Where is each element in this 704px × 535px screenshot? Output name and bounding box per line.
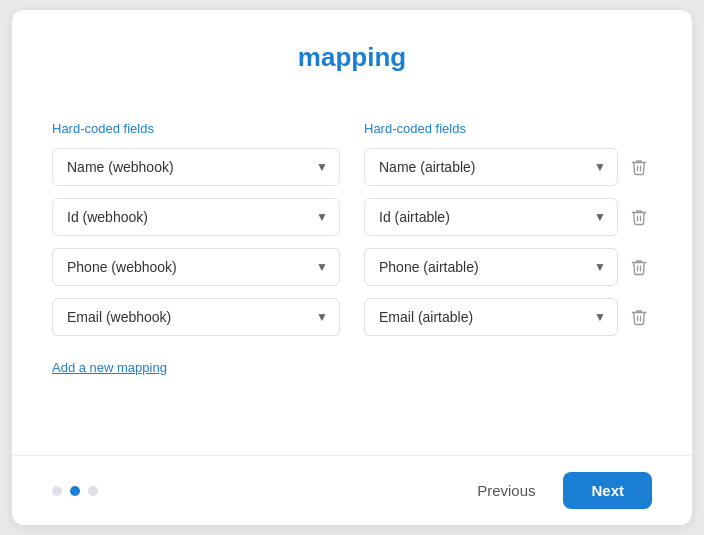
right-row-2: Id (airtable) Name (airtable) Phone (air… [364, 198, 652, 236]
delete-row-4-button[interactable] [626, 304, 652, 330]
trash-icon [630, 308, 648, 326]
right-select-2-wrapper: Id (airtable) Name (airtable) Phone (air… [364, 198, 618, 236]
left-select-2-wrapper: Id (webhook) Name (webhook) Phone (webho… [52, 198, 340, 236]
right-row-3: Phone (airtable) Name (airtable) Id (air… [364, 248, 652, 286]
add-mapping-button[interactable]: Add a new mapping [52, 360, 167, 375]
right-row-1: Name (airtable) Id (airtable) Phone (air… [364, 148, 652, 186]
delete-row-2-button[interactable] [626, 204, 652, 230]
left-select-4[interactable]: Email (webhook) Name (webhook) Id (webho… [52, 298, 340, 336]
page-title: mapping [52, 42, 652, 73]
trash-icon [630, 208, 648, 226]
right-column-header: Hard-coded fields [364, 121, 652, 136]
card-body: mapping Hard-coded fields Name (webhook)… [12, 10, 692, 455]
left-select-3-wrapper: Phone (webhook) Name (webhook) Id (webho… [52, 248, 340, 286]
progress-dots [52, 486, 98, 496]
dot-2 [70, 486, 80, 496]
right-select-1[interactable]: Name (airtable) Id (airtable) Phone (air… [364, 148, 618, 186]
right-select-2[interactable]: Id (airtable) Name (airtable) Phone (air… [364, 198, 618, 236]
right-select-4[interactable]: Email (airtable) Name (airtable) Id (air… [364, 298, 618, 336]
right-select-3-wrapper: Phone (airtable) Name (airtable) Id (air… [364, 248, 618, 286]
right-column: Hard-coded fields Name (airtable) Id (ai… [364, 121, 652, 348]
next-button[interactable]: Next [563, 472, 652, 509]
trash-icon [630, 158, 648, 176]
left-select-4-wrapper: Email (webhook) Name (webhook) Id (webho… [52, 298, 340, 336]
right-select-1-wrapper: Name (airtable) Id (airtable) Phone (air… [364, 148, 618, 186]
mapping-grid: Hard-coded fields Name (webhook) Id (web… [52, 121, 652, 348]
dot-3 [88, 486, 98, 496]
delete-row-1-button[interactable] [626, 154, 652, 180]
nav-buttons: Previous Next [461, 472, 652, 509]
main-card: mapping Hard-coded fields Name (webhook)… [12, 10, 692, 525]
dot-1 [52, 486, 62, 496]
trash-icon [630, 258, 648, 276]
right-select-3[interactable]: Phone (airtable) Name (airtable) Id (air… [364, 248, 618, 286]
left-column-header: Hard-coded fields [52, 121, 340, 136]
delete-row-3-button[interactable] [626, 254, 652, 280]
right-select-4-wrapper: Email (airtable) Name (airtable) Id (air… [364, 298, 618, 336]
left-select-1[interactable]: Name (webhook) Id (webhook) Phone (webho… [52, 148, 340, 186]
left-select-1-wrapper: Name (webhook) Id (webhook) Phone (webho… [52, 148, 340, 186]
left-column: Hard-coded fields Name (webhook) Id (web… [52, 121, 340, 348]
left-select-3[interactable]: Phone (webhook) Name (webhook) Id (webho… [52, 248, 340, 286]
left-select-2[interactable]: Id (webhook) Name (webhook) Phone (webho… [52, 198, 340, 236]
previous-button[interactable]: Previous [461, 472, 551, 509]
right-row-4: Email (airtable) Name (airtable) Id (air… [364, 298, 652, 336]
card-footer: Previous Next [12, 455, 692, 525]
